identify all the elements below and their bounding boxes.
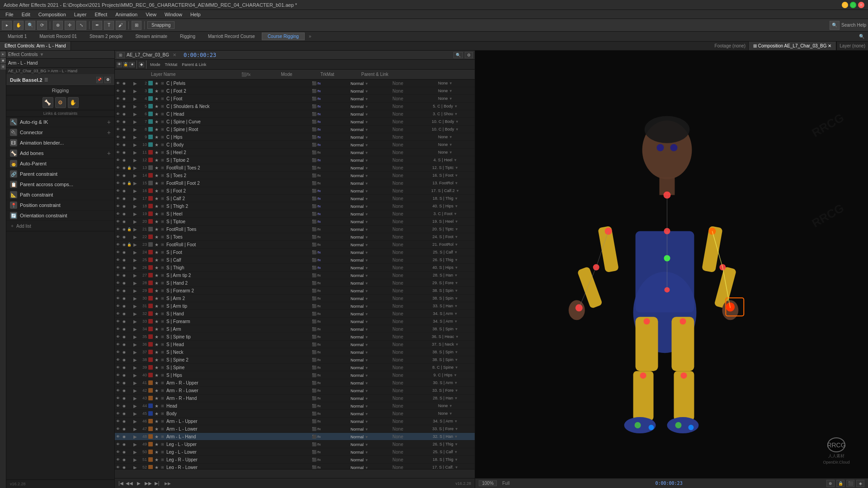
layer-mode-dropdown[interactable]: Normal ▼ bbox=[339, 235, 380, 239]
layer-row[interactable]: 👁 ◉ ▶ 48 ★ ⊞ Arm - L - Hand ⬛ /fx Normal… bbox=[115, 433, 475, 441]
layer-solo-toggle[interactable]: ◉ bbox=[121, 381, 127, 385]
tool-rotate[interactable]: ⟳ bbox=[37, 21, 47, 30]
layer-star[interactable]: ★ bbox=[154, 365, 159, 370]
layer-star[interactable]: ★ bbox=[154, 419, 159, 424]
layer-row[interactable]: 👁 ◉ ▶ 46 ★ ⊞ Arm - L - Upper ⬛ /fx Norma… bbox=[115, 418, 475, 425]
layer-parent[interactable]: 28. S | Han ▼ bbox=[416, 396, 475, 400]
layer-star[interactable]: ★ bbox=[154, 465, 159, 469]
layer-parent[interactable]: 33. S | Han ▼ bbox=[416, 304, 475, 308]
layer-solo-toggle[interactable]: ◉ bbox=[121, 197, 127, 201]
layer-mode-dropdown[interactable]: Normal ▼ bbox=[339, 219, 380, 224]
duik-menu-anim-blender[interactable]: 🎞 Animation blender... bbox=[6, 138, 114, 148]
layer-solo-toggle[interactable]: ◉ bbox=[121, 327, 127, 331]
layer-parent[interactable]: 21. FootRol ▼ bbox=[416, 242, 475, 247]
layer-mode-dropdown[interactable]: Normal ▼ bbox=[339, 81, 380, 86]
duik-menu-add-bones[interactable]: 🦴 Add bones + bbox=[6, 148, 114, 159]
layer-mode-dropdown[interactable]: Normal ▼ bbox=[339, 204, 380, 209]
layer-row[interactable]: 👁 ◉ ▶ 45 ★ ⊞ Body ⬛ /fx Normal ▼ None No… bbox=[115, 410, 475, 418]
tl-composition-tab[interactable]: ⊞ bbox=[117, 52, 125, 58]
layer-parent[interactable]: 33. S | Fore ▼ bbox=[416, 388, 475, 393]
layer-parent[interactable]: None ▼ bbox=[416, 150, 475, 155]
layer-star[interactable]: ★ bbox=[154, 304, 159, 309]
layer-parent[interactable]: None ▼ bbox=[416, 89, 475, 93]
layer-expand-toggle[interactable]: ▶ bbox=[132, 419, 138, 424]
layer-mode-dropdown[interactable]: Normal ▼ bbox=[339, 419, 380, 424]
layer-row[interactable]: 👁 ◉ ▶ 22 ★ ⊞ S | Toes ⬛ /fx Normal ▼ Non… bbox=[115, 233, 475, 241]
layer-solo-toggle[interactable]: ◉ bbox=[121, 158, 127, 162]
layer-star[interactable]: ★ bbox=[154, 142, 159, 147]
layer-vis-toggle[interactable]: 👁 bbox=[115, 289, 121, 293]
tool-select[interactable]: ▸ bbox=[2, 21, 12, 30]
layer-expand-toggle[interactable]: ▶ bbox=[132, 196, 138, 201]
layer-solo-toggle[interactable]: ◉ bbox=[121, 435, 127, 439]
layer-solo-toggle[interactable]: ◉ bbox=[121, 358, 127, 362]
layer-solo-toggle[interactable]: ◉ bbox=[121, 289, 127, 293]
duik-icon-settings[interactable]: ⚙ bbox=[55, 97, 66, 108]
layer-expand-toggle[interactable]: ▶ bbox=[132, 311, 138, 316]
layer-expand-toggle[interactable]: ▶ bbox=[132, 365, 138, 370]
layer-parent[interactable]: 4. S | Heel ▼ bbox=[416, 158, 475, 162]
menu-composition[interactable]: Composition bbox=[35, 11, 70, 18]
tl-end-btn[interactable]: ▶| bbox=[155, 481, 160, 486]
layer-solo-toggle[interactable]: ◉ bbox=[121, 319, 127, 324]
layer-mode-dropdown[interactable]: Normal ▼ bbox=[339, 373, 380, 378]
layer-parent[interactable]: 34. S | Arm ▼ bbox=[416, 319, 475, 324]
duik-menu-parent-constraint[interactable]: 🔗 Parent constraint bbox=[6, 169, 114, 179]
tool-text[interactable]: T bbox=[104, 21, 114, 30]
tl-timecode[interactable]: 0:00:00:23 bbox=[180, 52, 220, 58]
layer-vis-toggle[interactable]: 👁 bbox=[115, 266, 121, 270]
layer-row[interactable]: 👁 ◉ 🔒 ▶ 23 ★ ⊞ FootRoll | Foot ⬛ /fx Nor… bbox=[115, 241, 475, 249]
layer-row[interactable]: 👁 ◉ ▶ 4 ★ ⊞ C | Foot ⬛ /fx Normal ▼ None… bbox=[115, 95, 475, 103]
layer-vis-toggle[interactable]: 👁 bbox=[115, 235, 121, 239]
layer-expand-toggle[interactable]: ▶ bbox=[132, 273, 138, 278]
layer-star[interactable]: ★ bbox=[154, 388, 159, 393]
layer-expand-toggle[interactable]: ▶ bbox=[132, 373, 138, 378]
layer-row[interactable]: 👁 ◉ ▶ 5 ★ ⊞ C | Shoulders & Neck ⬛ /fx N… bbox=[115, 103, 475, 110]
duik-menu-autoparent[interactable]: 👨 Auto-Parent bbox=[6, 159, 114, 169]
panel-tab-composition[interactable]: ⊞ Composition AE_L7_Char_03_BG ✕ bbox=[749, 42, 836, 50]
duik-settings[interactable]: ⚙ bbox=[104, 77, 111, 83]
layer-vis-toggle[interactable]: 👁 bbox=[115, 343, 121, 347]
layer-mode-dropdown[interactable]: Normal ▼ bbox=[339, 465, 380, 469]
tool-anchor[interactable]: ⊕ bbox=[53, 21, 63, 30]
layer-vis-toggle[interactable]: 👁 bbox=[115, 358, 121, 362]
layer-expand-toggle[interactable]: ▶ bbox=[132, 219, 138, 224]
layer-row[interactable]: 👁 ◉ ▶ 42 ★ ⊞ Arm - R - Lower ⬛ /fx Norma… bbox=[115, 387, 475, 394]
menu-animation[interactable]: Animation bbox=[112, 11, 141, 18]
layer-vis-toggle[interactable]: 👁 bbox=[115, 189, 121, 193]
layer-solo-toggle[interactable]: ◉ bbox=[121, 312, 127, 316]
layer-vis-toggle[interactable]: 👁 bbox=[115, 250, 121, 254]
layer-parent[interactable]: 18. S | Thig ▼ bbox=[416, 196, 475, 201]
layer-vis-toggle[interactable]: 👁 bbox=[115, 174, 121, 178]
layer-row[interactable]: 👁 ◉ ▶ 50 ★ ⊞ Leg - L - Lower ⬛ /fx Norma… bbox=[115, 448, 475, 456]
layer-star[interactable]: ★ bbox=[154, 442, 159, 447]
layer-mode-dropdown[interactable]: Normal ▼ bbox=[339, 265, 380, 270]
layer-expand-toggle[interactable]: ▶ bbox=[132, 434, 138, 439]
timeline-ruler[interactable] bbox=[115, 469, 475, 478]
layer-row[interactable]: 👁 ◉ ▶ 44 ★ ⊞ Head ⬛ /fx Normal ▼ None No… bbox=[115, 402, 475, 410]
duik-icon-bones[interactable]: 🦴 bbox=[42, 97, 53, 108]
layer-vis-toggle[interactable]: 👁 bbox=[115, 89, 121, 93]
layer-mode-dropdown[interactable]: Normal ▼ bbox=[339, 281, 380, 286]
layer-expand-toggle[interactable]: ▶ bbox=[132, 450, 138, 455]
layer-parent[interactable]: 40. S | Hips ▼ bbox=[416, 265, 475, 270]
layer-solo-toggle[interactable]: ◉ bbox=[121, 273, 127, 277]
layer-expand-toggle[interactable]: ▶ bbox=[132, 135, 138, 140]
layer-mode-dropdown[interactable]: Normal ▼ bbox=[339, 411, 380, 416]
layer-row[interactable]: 👁 ◉ ▶ 14 ★ ⊞ S | Toes 2 ⬛ /fx Normal ▼ N… bbox=[115, 172, 475, 179]
layer-mode-dropdown[interactable]: Normal ▼ bbox=[339, 365, 380, 370]
layer-solo-toggle[interactable]: ◉ bbox=[121, 266, 127, 270]
layer-mode-dropdown[interactable]: Normal ▼ bbox=[339, 211, 380, 216]
layer-star[interactable]: ★ bbox=[154, 204, 159, 209]
layer-parent[interactable]: 37. S | Neck ▼ bbox=[416, 342, 475, 347]
layer-parent[interactable]: 38. S | Spin ▼ bbox=[416, 296, 475, 300]
layer-expand-toggle[interactable]: ▶ bbox=[132, 334, 138, 339]
layer-row[interactable]: 👁 ◉ ▶ 51 ★ ⊞ Leg - R - Upper ⬛ /fx Norma… bbox=[115, 456, 475, 464]
layer-mode-dropdown[interactable]: Normal ▼ bbox=[339, 242, 380, 247]
layer-solo-toggle[interactable]: ◉ bbox=[121, 97, 127, 101]
layer-parent[interactable]: 32. S | Han ▼ bbox=[416, 434, 475, 439]
duik-connector-add[interactable]: + bbox=[107, 129, 111, 136]
tl-play-btn[interactable]: ▶ bbox=[137, 481, 141, 486]
viewer-ctrl-3[interactable]: ⬛ bbox=[846, 480, 854, 487]
menu-help[interactable]: Help bbox=[187, 11, 204, 18]
